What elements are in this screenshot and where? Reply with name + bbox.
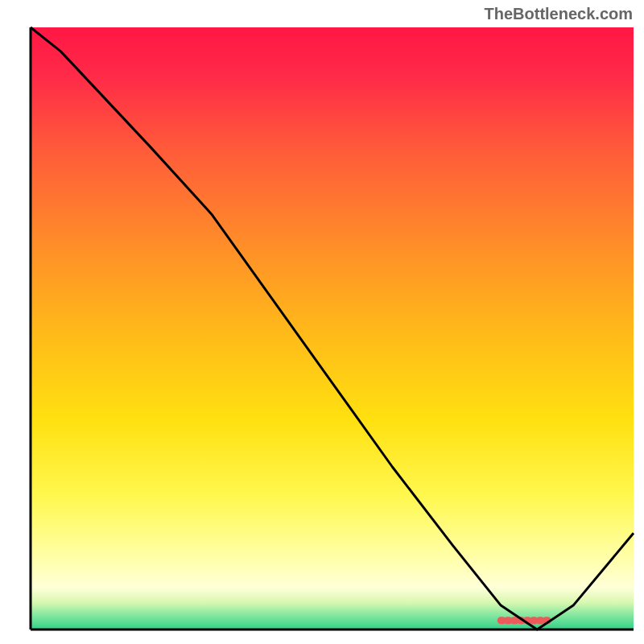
bottleneck-chart	[0, 0, 644, 644]
chart-container: { "watermark": "TheBottleneck.com", "cha…	[0, 0, 644, 644]
gradient-background	[31, 27, 634, 630]
